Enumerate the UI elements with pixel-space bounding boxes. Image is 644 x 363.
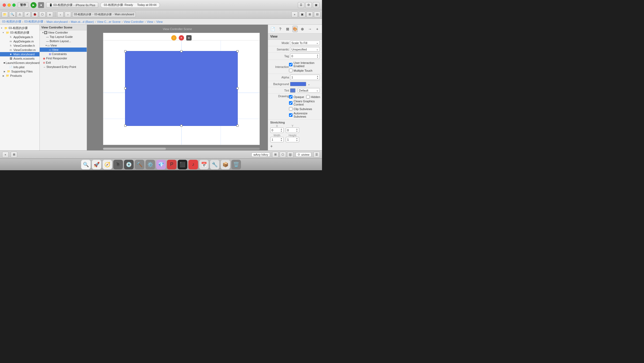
misc-icon[interactable]: 📦: [221, 160, 230, 169]
attributes-inspector-icon[interactable]: 🎨: [292, 26, 298, 32]
forward-btn[interactable]: ›: [65, 12, 71, 17]
handle-tr[interactable]: [236, 50, 239, 52]
warning-btn[interactable]: ⚠: [17, 12, 23, 17]
add-inspector-icon[interactable]: +: [314, 26, 320, 32]
alpha-stepper[interactable]: ▲ ▼: [317, 75, 319, 79]
nav-item-vc-h[interactable]: h ViewController.h: [0, 43, 39, 48]
blue-subview[interactable]: [125, 51, 237, 126]
view-container[interactable]: →: [103, 41, 259, 145]
stepper-up[interactable]: ▲: [317, 54, 319, 56]
multiple-touch-checkbox[interactable]: [289, 69, 292, 72]
nav-item-launch[interactable]: ■ LaunchScreen.storyboard: [0, 61, 39, 65]
path-control[interactable]: 03-检图的步骤 › 03-检图的步骤 › Main.storyboard: [72, 12, 136, 17]
y-up[interactable]: ▲: [296, 128, 298, 130]
size-control[interactable]: wAny hAny: [251, 153, 270, 157]
editor-standard[interactable]: ▣: [299, 12, 305, 17]
file-inspector-icon[interactable]: 📄: [270, 26, 276, 32]
debug-toggle[interactable]: ⚙: [305, 2, 312, 8]
traffic-lights[interactable]: [3, 3, 16, 7]
canvas-scrollbar[interactable]: [103, 148, 260, 150]
w-stepper[interactable]: ▲ ▼: [280, 137, 282, 142]
w-up[interactable]: ▲: [280, 137, 282, 140]
handle-bl[interactable]: [124, 125, 126, 127]
layout-scene-btn[interactable]: ⊞: [186, 35, 192, 41]
opaque-checkbox[interactable]: [289, 95, 292, 99]
maximize-button[interactable]: [12, 3, 16, 7]
handle-br[interactable]: [236, 125, 239, 127]
search-control[interactable]: ⊙ uiview: [296, 152, 311, 157]
stretch-h-input[interactable]: 1 ▲ ▼: [286, 137, 299, 142]
stop-button[interactable]: ■: [38, 2, 44, 8]
bc-item8[interactable]: View: [156, 20, 163, 23]
sim-view-btn[interactable]: ⬡: [280, 152, 286, 158]
nav-item-supporting[interactable]: ▶ 📁 Supporting Files: [0, 69, 39, 74]
nav-item-plist[interactable]: 📄 Info.plist: [0, 65, 39, 69]
close-button[interactable]: [3, 3, 6, 7]
run-controls[interactable]: ▶ ■: [31, 2, 44, 8]
terminal-icon[interactable]: ⬛: [178, 160, 187, 169]
scheme-tab[interactable]: 📱 03-检图的步骤 › iPhone 6s Plus: [46, 2, 98, 8]
finder-icon[interactable]: 🔍: [81, 160, 91, 169]
background-chevron[interactable]: ⌄: [308, 83, 310, 86]
nav-item-mainstoryboard[interactable]: ■ Main.storyboard: [0, 52, 39, 56]
user-interaction-checkbox[interactable]: [289, 63, 292, 66]
size-inspector-icon[interactable]: ⊕: [300, 26, 305, 32]
debug-view-btn[interactable]: ⊞: [11, 152, 17, 158]
background-color-swatch[interactable]: [290, 82, 306, 86]
launchpad-icon[interactable]: 🚀: [92, 160, 101, 169]
h-up[interactable]: ▲: [296, 137, 298, 140]
dvd-icon[interactable]: 💿: [124, 160, 134, 169]
ruler-btn[interactable]: |‖|: [287, 152, 294, 158]
tag-stepper[interactable]: ▲ ▼: [317, 54, 319, 58]
x-up[interactable]: ▲: [280, 128, 282, 130]
h-stepper[interactable]: ▲ ▼: [296, 137, 298, 142]
error-scene-btn[interactable]: ✦: [179, 35, 184, 41]
right-panel-btn[interactable]: ☰: [313, 152, 320, 158]
scene-controls[interactable]: ! ✦ ⊞: [171, 35, 192, 41]
music-icon[interactable]: ♪: [188, 160, 198, 169]
minimize-button[interactable]: [8, 3, 11, 7]
alpha-up[interactable]: ▲: [317, 75, 319, 77]
file-btn[interactable]: 📁: [2, 12, 8, 17]
navigator-toggle[interactable]: ☰: [298, 2, 304, 8]
bc-item7[interactable]: View: [147, 20, 153, 23]
clip-subviews-checkbox[interactable]: [289, 107, 292, 111]
breakpoint-btn[interactable]: ⬡: [39, 12, 46, 17]
outline-item-vc-scene[interactable]: ▾ 🔲 View Controller: [40, 30, 87, 35]
stretch-w-input[interactable]: 1 ▲ ▼: [270, 137, 284, 142]
outline-item-entrypoint[interactable]: → Storyboard Entry Point: [40, 65, 87, 69]
add-btn[interactable]: +: [291, 12, 298, 17]
bc-item4[interactable]: Main.st...d (Base): [71, 20, 94, 23]
nav-item-root[interactable]: ▾ 📁 03-检图的步骤: [0, 26, 39, 30]
w-down[interactable]: ▼: [280, 140, 282, 142]
tint-swatch[interactable]: [290, 88, 295, 93]
y-down[interactable]: ▼: [296, 130, 298, 132]
calendar-icon[interactable]: 📅: [199, 160, 209, 169]
bc-item1[interactable]: 03-检图的步骤: [2, 20, 21, 24]
canvas[interactable]: View Controller Scene ! ✦ ⊞: [87, 25, 268, 150]
connections-inspector-icon[interactable]: →: [307, 26, 313, 32]
nav-item-appdel-h[interactable]: h AppDelegate.h: [0, 35, 39, 39]
x-down[interactable]: ▼: [280, 130, 282, 132]
app-icon[interactable]: P: [167, 160, 177, 169]
bc-item5[interactable]: View C...er Scene: [97, 20, 121, 23]
outline-item-view-child[interactable]: ▭ View: [40, 48, 87, 52]
h-down[interactable]: ▼: [296, 140, 298, 142]
nav-item-assets[interactable]: 🖼 Assets.xcassets: [0, 56, 39, 61]
add-icon[interactable]: +: [270, 144, 273, 148]
outline-item-exit[interactable]: ⊗ Exit: [40, 60, 87, 65]
title-bar-right-controls[interactable]: ☰ ⚙ ▣: [298, 2, 319, 8]
outline-item-constraints[interactable]: ⊠ Constraints: [40, 52, 87, 56]
nav-item-appdel-m[interactable]: m AppDelegate.m: [0, 39, 39, 43]
hidden-checkbox[interactable]: [306, 95, 310, 99]
editor-version[interactable]: ⊟: [314, 12, 320, 17]
grid-view-btn[interactable]: ⊞: [272, 152, 279, 158]
bc-item6[interactable]: View Controller: [124, 20, 144, 23]
handle-tl[interactable]: [124, 50, 126, 52]
clears-graphics-checkbox[interactable]: [289, 101, 292, 105]
sketch-icon[interactable]: 💎: [156, 160, 166, 169]
xcode-icon[interactable]: 🔨: [135, 160, 144, 169]
nav-item-vc-m[interactable]: m ViewController.m: [0, 48, 39, 52]
bc-item2[interactable]: 03-检图的步骤: [24, 20, 43, 24]
device-frame[interactable]: ! ✦ ⊞: [103, 33, 260, 145]
